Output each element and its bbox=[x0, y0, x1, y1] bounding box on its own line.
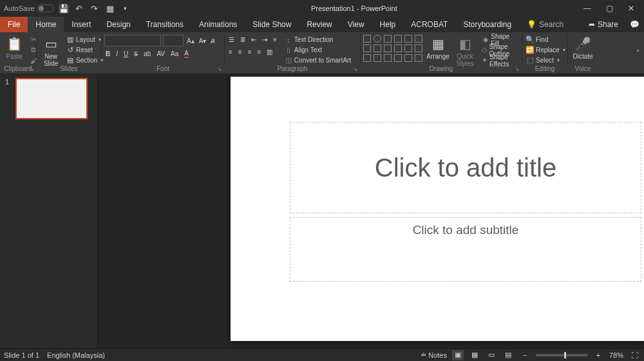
text-shadow-button[interactable]: ab bbox=[142, 49, 152, 59]
strikethrough-button[interactable]: S̶ bbox=[133, 49, 139, 59]
shape-effects-button[interactable]: ✦Shape Effects bbox=[480, 55, 519, 65]
group-label-drawing: Drawing bbox=[361, 64, 522, 73]
subtitle-placeholder[interactable]: Click to add subtitle bbox=[290, 217, 641, 282]
replace-button[interactable]: 🔁Replace▾ bbox=[525, 45, 567, 55]
tab-insert[interactable]: Insert bbox=[64, 17, 99, 32]
autosave-toggle[interactable]: AutoSave bbox=[4, 5, 54, 12]
font-family-combo[interactable] bbox=[104, 35, 161, 46]
zoom-level[interactable]: 78% bbox=[609, 351, 623, 359]
find-button[interactable]: 🔍Find bbox=[525, 35, 567, 44]
zoom-slider[interactable] bbox=[536, 354, 587, 356]
align-text-label: Align Text bbox=[294, 46, 322, 54]
reset-button[interactable]: ↺Reset bbox=[65, 45, 104, 55]
comments-button[interactable]: 💬 bbox=[625, 17, 644, 32]
autosave-label: AutoSave bbox=[4, 5, 35, 12]
align-center-button[interactable]: ≡ bbox=[237, 47, 243, 57]
tell-me-search[interactable]: 💡 Search bbox=[519, 17, 571, 32]
minimize-button[interactable]: — bbox=[577, 0, 598, 17]
zoom-out-button[interactable]: − bbox=[519, 350, 531, 360]
section-button[interactable]: ▤Section▾ bbox=[65, 55, 104, 65]
select-button[interactable]: ⬚Select▾ bbox=[525, 55, 567, 65]
bullets-button[interactable]: ☰ bbox=[227, 35, 236, 44]
quick-styles-button[interactable]: ◧ Quick Styles bbox=[453, 35, 477, 68]
search-placeholder: Search bbox=[539, 20, 564, 29]
title-placeholder[interactable]: Click to add title bbox=[290, 122, 641, 213]
tab-review[interactable]: Review bbox=[299, 17, 339, 32]
slide[interactable]: Click to add title Click to add subtitle bbox=[231, 77, 644, 341]
tab-help[interactable]: Help bbox=[372, 17, 404, 32]
font-color-button[interactable]: A bbox=[183, 49, 190, 59]
slideshow-view-button[interactable]: ▤ bbox=[502, 350, 514, 360]
align-left-button[interactable]: ≡ bbox=[227, 47, 234, 57]
bold-button[interactable]: B bbox=[104, 49, 111, 59]
tab-animations[interactable]: Animations bbox=[191, 17, 245, 32]
character-spacing-button[interactable]: AV bbox=[155, 49, 166, 59]
line-spacing-button[interactable]: ≡ bbox=[272, 35, 278, 44]
ribbon: 📋 Paste ✂ ⧉ 🖌 ↘ Clipboard ▭ New Slide ▥L… bbox=[0, 32, 644, 74]
tab-storyboarding[interactable]: Storyboarding bbox=[455, 17, 519, 32]
zoom-in-button[interactable]: + bbox=[592, 350, 604, 360]
arrange-icon: ▦ bbox=[430, 36, 446, 52]
restore-button[interactable]: ▢ bbox=[599, 0, 620, 17]
convert-smartart-button[interactable]: ◫Convert to SmartArt bbox=[283, 55, 352, 65]
tab-file[interactable]: File bbox=[0, 17, 28, 32]
title-placeholder-text: Click to add title bbox=[375, 153, 556, 182]
slide-thumbnail-panel[interactable]: 1 bbox=[0, 74, 98, 348]
tab-view[interactable]: View bbox=[340, 17, 372, 32]
paste-button[interactable]: 📋 Paste bbox=[3, 35, 26, 61]
columns-button[interactable]: ▥ bbox=[265, 47, 274, 57]
ribbon-tabs: File Home Insert Design Transitions Anim… bbox=[0, 17, 644, 32]
align-text-button[interactable]: ▯Align Text bbox=[283, 45, 352, 55]
clear-formatting-button[interactable]: A̷ bbox=[209, 36, 216, 46]
increase-indent-button[interactable]: ⇥ bbox=[261, 35, 269, 44]
quick-styles-icon: ◧ bbox=[457, 36, 473, 52]
qat-customize-icon[interactable]: ▾ bbox=[120, 3, 131, 14]
italic-button[interactable]: I bbox=[115, 49, 119, 59]
fit-to-window-button[interactable]: ⛶ bbox=[629, 350, 640, 360]
clipboard-icon: 📋 bbox=[6, 36, 22, 52]
eraser-icon: A̷ bbox=[211, 37, 215, 44]
reading-view-button[interactable]: ▭ bbox=[486, 350, 497, 360]
share-button[interactable]: ➦ Share bbox=[582, 17, 625, 32]
new-slide-button[interactable]: ▭ New Slide bbox=[39, 35, 62, 68]
decrease-indent-button[interactable]: ⇤ bbox=[250, 35, 258, 44]
shape-outline-icon: ◇ bbox=[482, 46, 487, 54]
normal-view-button[interactable]: ▣ bbox=[452, 350, 464, 360]
dictate-button[interactable]: 🎤 Dictate bbox=[571, 35, 595, 61]
save-icon[interactable]: 💾 bbox=[58, 3, 70, 14]
justify-button[interactable]: ≡ bbox=[256, 47, 263, 57]
close-button[interactable]: ✕ bbox=[621, 0, 641, 17]
slide-canvas-area[interactable]: Click to add title Click to add subtitle bbox=[98, 74, 644, 348]
shapes-gallery[interactable] bbox=[363, 35, 422, 62]
shape-effects-icon: ✦ bbox=[482, 57, 488, 64]
start-from-beginning-icon[interactable]: ▦ bbox=[104, 3, 116, 14]
collapse-ribbon-button[interactable]: ˄ bbox=[636, 49, 640, 57]
arrange-button[interactable]: ▦ Arrange bbox=[426, 35, 450, 61]
change-case-button[interactable]: Aa bbox=[169, 49, 180, 59]
numbering-button[interactable]: ≣ bbox=[239, 35, 247, 44]
notes-button[interactable]: ≐Notes bbox=[421, 351, 447, 359]
redo-icon[interactable]: ↷ bbox=[89, 3, 100, 14]
slide-thumbnail-1[interactable] bbox=[15, 78, 88, 119]
align-right-button[interactable]: ≡ bbox=[247, 47, 253, 57]
undo-icon[interactable]: ↶ bbox=[73, 3, 85, 14]
slide-counter[interactable]: Slide 1 of 1 bbox=[4, 351, 39, 359]
section-label: Section bbox=[76, 57, 97, 64]
new-slide-icon: ▭ bbox=[43, 36, 59, 52]
increase-font-button[interactable]: A▴ bbox=[185, 36, 196, 46]
tab-home[interactable]: Home bbox=[28, 17, 64, 32]
smartart-label: Convert to SmartArt bbox=[294, 57, 351, 64]
language-indicator[interactable]: English (Malaysia) bbox=[47, 351, 105, 359]
tab-slide-show[interactable]: Slide Show bbox=[245, 17, 299, 32]
underline-button[interactable]: U bbox=[122, 49, 129, 59]
title-bar: AutoSave 💾 ↶ ↷ ▦ ▾ Presentation1 - Power… bbox=[0, 0, 644, 17]
font-size-combo[interactable] bbox=[163, 35, 184, 46]
text-direction-button[interactable]: ↕Text Direction bbox=[283, 35, 352, 44]
microphone-icon: 🎤 bbox=[575, 36, 591, 52]
tab-design[interactable]: Design bbox=[99, 17, 138, 32]
decrease-font-button[interactable]: A▾ bbox=[198, 36, 208, 46]
slide-sorter-view-button[interactable]: ▦ bbox=[469, 350, 480, 360]
tab-transitions[interactable]: Transitions bbox=[138, 17, 191, 32]
tab-acrobat[interactable]: ACROBAT bbox=[403, 17, 455, 32]
layout-button[interactable]: ▥Layout▾ bbox=[65, 35, 104, 44]
